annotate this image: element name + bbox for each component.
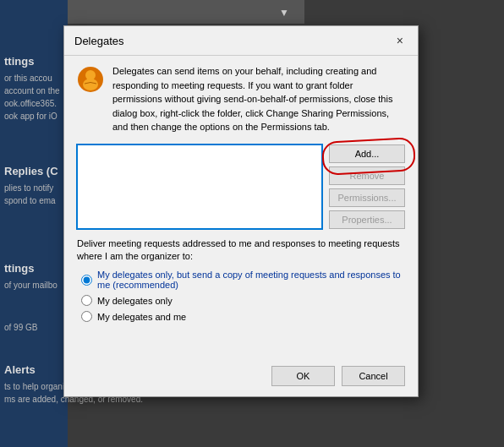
radio-input-delegates-and-me[interactable] — [81, 311, 92, 322]
cancel-button[interactable]: Cancel — [342, 366, 405, 386]
bg-settings-sub5: of your mailbo — [4, 279, 58, 292]
delegates-dialog: Delegates × Delegates can send items on … — [63, 25, 419, 397]
delegate-icon — [77, 66, 104, 93]
remove-button[interactable]: Remove — [329, 166, 405, 185]
dialog-title-bar: Delegates × — [64, 26, 418, 56]
bg-replies-label: Replies (C — [4, 165, 58, 177]
radio-label-delegates-only: My delegates only — [97, 296, 173, 306]
radio-group: My delegates only, but send a copy of me… — [77, 270, 405, 322]
radio-input-delegates-only-copy[interactable] — [81, 275, 92, 286]
radio-label-delegates-only-copy: My delegates only, but send a copy of me… — [97, 270, 405, 290]
bg-settings-label1: ttings — [4, 55, 34, 68]
dialog-footer: OK Cancel — [271, 366, 405, 386]
svg-point-2 — [85, 70, 96, 80]
delegates-listbox[interactable] — [77, 144, 322, 229]
meeting-requests-section: Deliver meeting requests addressed to me… — [77, 237, 405, 323]
info-text: Delegates can send items on your behalf,… — [112, 64, 405, 134]
bg-settings-sub2: account on the — [4, 84, 60, 97]
bg-settings-sub1: or this accou — [4, 72, 52, 84]
dialog-body: Delegates can send items on your behalf,… — [64, 56, 418, 339]
radio-label-delegates-and-me: My delegates and me — [97, 312, 186, 322]
delegates-area: Add... Remove Permissions... Properties.… — [77, 144, 405, 229]
outlook-top-bar — [68, 0, 304, 24]
radio-input-delegates-only[interactable] — [81, 295, 92, 306]
radio-delegates-only[interactable]: My delegates only — [81, 295, 405, 306]
permissions-button[interactable]: Permissions... — [329, 188, 405, 207]
bg-alerts-label: Alerts — [4, 363, 36, 376]
radio-delegates-only-copy[interactable]: My delegates only, but send a copy of me… — [81, 270, 405, 290]
dropdown-arrow-icon: ▼ — [279, 7, 289, 19]
bg-replies-sub1: plies to notify — [4, 182, 53, 194]
bg-settings-sub3: ook.office365. — [4, 97, 57, 110]
radio-delegates-and-me[interactable]: My delegates and me — [81, 311, 405, 322]
bg-settings-sub6: of 99 GB — [4, 321, 37, 334]
delegates-buttons: Add... Remove Permissions... Properties.… — [329, 144, 405, 229]
close-button[interactable]: × — [392, 33, 408, 48]
properties-button[interactable]: Properties... — [329, 210, 405, 229]
info-section: Delegates can send items on your behalf,… — [77, 64, 405, 134]
bg-settings-sub4: ook app for iO — [4, 110, 58, 123]
meeting-label: Deliver meeting requests addressed to me… — [77, 237, 405, 264]
svg-point-1 — [83, 79, 98, 90]
bg-replies-sub2: spond to ema — [4, 194, 56, 207]
add-button[interactable]: Add... — [329, 144, 405, 163]
dialog-title: Delegates — [74, 35, 124, 47]
add-button-wrapper: Add... — [329, 144, 405, 163]
ok-button[interactable]: OK — [271, 366, 335, 386]
bg-settings-label2: ttings — [4, 262, 34, 275]
